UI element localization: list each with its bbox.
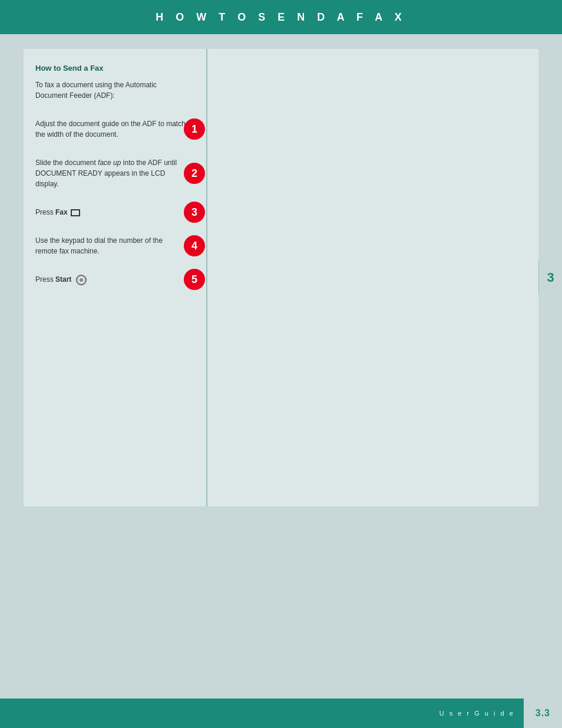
footer-page-number-box: 3.3 — [524, 699, 562, 728]
step-1-row: Adjust the document guide on the ADF to … — [35, 118, 194, 140]
step-4-number: 4 — [191, 240, 197, 252]
step-3-row: Press Fax 3 — [35, 207, 194, 218]
step-5-number: 5 — [191, 274, 197, 286]
step-5-circle: 5 — [184, 269, 205, 290]
page-wrapper: H O W T O S E N D A F A X How to Send a … — [0, 0, 562, 728]
step-1-text: Adjust the document guide on the ADF to … — [35, 118, 194, 140]
left-panel: How to Send a Fax To fax a document usin… — [24, 49, 206, 506]
fax-button-icon — [71, 209, 80, 216]
step-2-circle: 2 — [184, 163, 205, 184]
step-4-text: Use the keypad to dial the number of the… — [35, 235, 194, 256]
step-2-text: Slide the document face up into the ADF … — [35, 157, 194, 189]
step-3-number: 3 — [191, 206, 197, 219]
footer-page-number: 3.3 — [535, 708, 550, 719]
step-2-row: Slide the document face up into the ADF … — [35, 157, 194, 189]
section-tab-number: 3 — [547, 270, 554, 285]
step-2-number: 2 — [191, 167, 197, 180]
section-tab: 3 — [538, 261, 562, 294]
step-4-circle: 4 — [184, 235, 205, 256]
spacer — [0, 506, 562, 693]
step-3-text: Press Fax — [35, 207, 194, 218]
start-button-icon — [76, 275, 87, 285]
intro-line1: To fax a document using the Automatic — [35, 81, 157, 89]
intro-line2: Document Feeder (ADF): — [35, 91, 115, 100]
right-panel: 3 — [207, 49, 538, 506]
step-1-circle: 1 — [184, 118, 205, 140]
footer-bar: U s e r G u i d e 3.3 — [0, 699, 562, 728]
intro-text: To fax a document using the Automatic Do… — [35, 80, 194, 101]
section-title: How to Send a Fax — [35, 64, 194, 73]
step-1-number: 1 — [191, 123, 197, 136]
step-3-circle: 3 — [184, 202, 205, 223]
step-5-row: Press Start 5 — [35, 274, 194, 285]
step-4-row: Use the keypad to dial the number of the… — [35, 235, 194, 256]
footer-user-guide-label: U s e r G u i d e — [439, 710, 524, 717]
header-bar: H O W T O S E N D A F A X — [0, 0, 562, 34]
page-title: H O W T O S E N D A F A X — [156, 11, 406, 24]
step-5-text: Press Start — [35, 274, 194, 285]
